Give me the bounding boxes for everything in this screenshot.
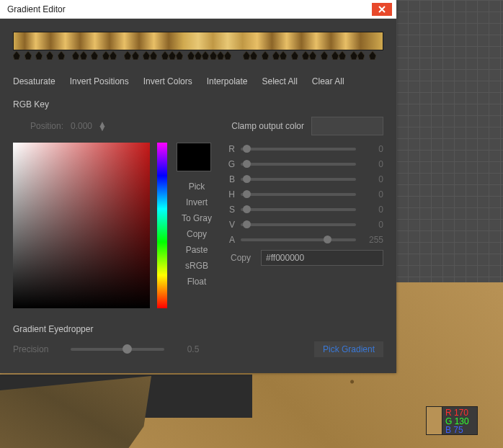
gradient-stop[interactable] [13,51,20,60]
to-gray-button[interactable]: To Gray [174,210,219,226]
rgb-info-badge: R 170 G 130 B 75 [426,406,478,435]
gradient-stop[interactable] [331,51,339,60]
h-slider-row: H0 [226,189,383,200]
s-slider-row: S0 [226,205,383,215]
gradient-stop[interactable] [224,51,231,60]
channel-sliders: R0 G0 B0 H0 S0 V0 A255 Copy [226,143,383,308]
gradient-stop[interactable] [110,51,117,60]
gradient-stop[interactable] [58,51,65,60]
r-slider[interactable] [241,148,356,151]
gradient-editor-dialog: Gradient Editor DesaturateInvert Positio… [0,0,396,373]
rgb-values: R 170 G 130 B 75 [442,407,477,434]
gradient-stop[interactable] [132,51,139,60]
eyedropper-section: Gradient Eyedropper Precision 0.5 Pick G… [13,324,383,357]
hex-input[interactable] [261,250,383,266]
gradient-stop[interactable] [46,51,53,60]
gradient-stop[interactable] [195,51,202,60]
v-slider-row: V0 [226,220,383,230]
gradient-stop[interactable] [280,51,287,60]
gradient-stop[interactable] [262,51,269,60]
gradient-stop[interactable] [272,51,280,60]
dialog-body: DesaturateInvert PositionsInvert ColorsI… [0,19,396,373]
b-slider[interactable] [241,178,356,181]
h-slider[interactable] [241,193,356,196]
gradient-stop[interactable] [350,51,357,60]
title-bar[interactable]: Gradient Editor [0,0,396,19]
gradient-stop[interactable] [161,51,169,60]
menu-interpolate[interactable]: Interpolate [207,76,248,86]
gradient-stop[interactable] [302,51,309,60]
clamp-color-swatch[interactable] [311,117,383,135]
a-slider[interactable] [241,238,356,241]
current-color-swatch[interactable] [177,143,211,171]
gradient-stop[interactable] [202,51,209,60]
pick-button[interactable]: Pick [174,179,219,194]
invert-button[interactable]: Invert [174,194,219,210]
gradient-stop[interactable] [80,51,87,60]
gradient-stop[interactable] [339,51,346,60]
a-slider-row: A255 [226,235,383,245]
menu-rgb-key[interactable]: RGB Key [13,99,49,109]
menu-clear-all[interactable]: Clear All [312,76,344,86]
gradient-stop[interactable] [124,51,131,60]
menu-invert-colors[interactable]: Invert Colors [143,76,192,86]
v-slider[interactable] [241,223,356,226]
gradient-stop[interactable] [309,51,316,60]
eyedropper-title: Gradient Eyedropper [13,324,383,334]
menu-desaturate[interactable]: Desaturate [13,76,55,86]
gradient-stop[interactable] [91,51,98,60]
clamp-label: Clamp output color [231,121,304,131]
spinner-arrows-icon[interactable]: ▲▼ [98,122,107,130]
gradient-preview-bar[interactable] [13,32,383,50]
gradient-stop[interactable] [217,51,224,60]
gradient-stop[interactable] [210,51,217,60]
gradient-stop[interactable] [35,51,43,60]
gradient-stop[interactable] [25,51,32,60]
gradient-stop[interactable] [243,51,250,60]
position-value: 0.000 [71,121,92,131]
position-spinner[interactable]: 0.000 ▲▼ [71,121,107,131]
srgb-button[interactable]: sRGB [174,258,219,274]
hue-strip[interactable] [157,143,167,308]
r-slider-row: R0 [226,144,383,154]
hex-row: Copy [226,250,383,266]
precision-label: Precision [13,344,63,354]
color-actions-column: Pick Invert To Gray Copy Paste sRGB Floa… [174,143,219,308]
close-icon [378,6,386,13]
gradient-stop[interactable] [72,51,79,60]
window-title: Gradient Editor [7,4,66,14]
position-label: Position: [13,121,63,131]
gradient-stop[interactable] [150,51,157,60]
float-button[interactable]: Float [174,274,219,290]
close-button[interactable] [372,3,392,16]
gradient-stop[interactable] [143,51,150,60]
copy-button[interactable]: Copy [174,226,219,242]
gradient-stop[interactable] [357,51,365,60]
precision-slider[interactable] [71,348,164,351]
gradient-stop[interactable] [102,51,110,60]
paste-button[interactable]: Paste [174,242,219,258]
b-slider-row: B0 [226,174,383,184]
gradient-stop[interactable] [250,51,257,60]
rgb-b-value: B 75 [445,426,474,434]
s-slider[interactable] [241,208,356,211]
gradient-stop[interactable] [291,51,298,60]
gradient-stop[interactable] [176,51,183,60]
precision-value: 0.5 [172,344,215,354]
color-picker-zone: Pick Invert To Gray Copy Paste sRGB Floa… [13,143,383,308]
action-menu-row: DesaturateInvert PositionsInvert ColorsI… [13,76,383,109]
menu-select-all[interactable]: Select All [262,76,298,86]
gradient-stops-row[interactable] [13,53,383,63]
gradient-stop[interactable] [369,51,376,60]
menu-invert-positions[interactable]: Invert Positions [70,76,129,86]
pick-gradient-button[interactable]: Pick Gradient [314,341,383,357]
gradient-stop[interactable] [187,51,195,60]
app-root: R 170 G 130 B 75 Gradient Editor Desatur… [0,0,503,448]
saturation-value-field[interactable] [13,143,150,308]
hex-label: Copy [226,253,255,263]
gradient-stop[interactable] [169,51,176,60]
rgb-swatch [427,407,442,434]
g-slider-row: G0 [226,159,383,169]
gradient-stop[interactable] [321,51,328,60]
g-slider[interactable] [241,163,356,166]
